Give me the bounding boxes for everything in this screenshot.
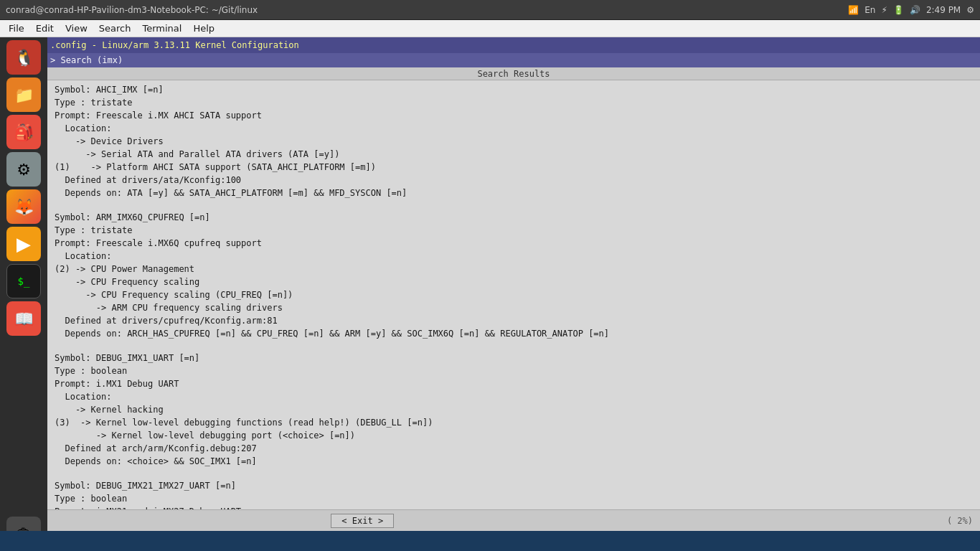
result-line: Depends on: ARCH_HAS_CPUFREQ [=n] && CPU… (55, 327, 973, 340)
titlebar-right: 📶 En ⚡ 🔋 🔊 2:49 PM ⚙ (848, 5, 974, 15)
menu-help[interactable]: Help (187, 22, 220, 35)
result-line: -> Kernel hacking (55, 403, 973, 416)
breadcrumb-path: .config - Linux/arm 3.13.11 Kernel Confi… (50, 40, 299, 50)
search-query: > Search (imx) (50, 55, 123, 65)
results-content[interactable]: Symbol: AHCI_IMX [=n] Type : tristate Pr… (47, 80, 980, 509)
search-results-header: Search Results (47, 67, 980, 80)
result-line: (1) -> Platform AHCI SATA support (SATA_… (55, 161, 973, 174)
menu-terminal[interactable]: Terminal (136, 22, 187, 35)
topbar: .config - Linux/arm 3.13.11 Kernel Confi… (47, 37, 980, 53)
search-results-label: Search Results (477, 69, 550, 79)
titlebar-title: conrad@conrad-HP-Pavilion-dm3-Notebook-P… (6, 5, 258, 15)
exit-button[interactable]: < Exit > (331, 514, 394, 528)
keyboard-lang: En (864, 5, 875, 15)
result-line: Type : tristate (55, 224, 973, 237)
searchbar: > Search (imx) (47, 53, 980, 67)
main-panel: .config - Linux/arm 3.13.11 Kernel Confi… (47, 37, 980, 531)
settings-icon[interactable]: ⚙ (6, 152, 41, 187)
result-line: Symbol: DEBUG_IMX1_UART [=n] (55, 352, 973, 364)
result-line: Defined at drivers/ata/Kconfig:100 (55, 174, 973, 187)
result-line: Defined at arch/arm/Kconfig.debug:207 (55, 442, 973, 455)
power-icon: ⚙ (966, 5, 974, 15)
result-line: Prompt: i.MX1 Debug UART (55, 377, 973, 390)
content-area: Search Results Symbol: AHCI_IMX [=n] Typ… (47, 67, 980, 531)
result-line: Type : boolean (55, 492, 973, 505)
result-line: Symbol: DEBUG_IMX21_IMX27_UART [=n] (55, 479, 973, 492)
bluetooth-icon: ⚡ (881, 5, 887, 15)
result-line: Location: (55, 250, 973, 263)
window-bottom-bar (0, 531, 980, 551)
titlebar: conrad@conrad-HP-Pavilion-dm3-Notebook-P… (0, 0, 980, 20)
menu-edit[interactable]: Edit (30, 22, 60, 35)
result-line: -> Device Drivers (55, 135, 973, 148)
result-block-3: Symbol: DEBUG_IMX1_UART [=n] Type : bool… (55, 352, 973, 468)
ebook-icon[interactable]: 📖 (6, 301, 41, 336)
result-line: Prompt: Freescale i.MX6Q cpufreq support (55, 237, 973, 250)
result-line: -> CPU Frequency scaling (CPU_FREQ [=n]) (55, 288, 973, 301)
terminal-icon[interactable]: $_ (6, 264, 41, 298)
result-line: -> Serial ATA and Parallel ATA drivers (… (55, 148, 973, 161)
battery-icon: 🔋 (893, 5, 904, 15)
result-block-1: Symbol: AHCI_IMX [=n] Type : tristate Pr… (55, 83, 973, 199)
result-line: -> Kernel low-level debugging port (<cho… (55, 429, 973, 442)
result-line: Type : boolean (55, 364, 973, 377)
wifi-icon: 📶 (848, 5, 859, 15)
progress-indicator: ( 2%) (947, 516, 973, 526)
result-line: Symbol: ARM_IMX6Q_CPUFREQ [=n] (55, 211, 973, 224)
result-line: Symbol: AHCI_IMX [=n] (55, 83, 973, 96)
result-line: (2) -> CPU Power Management (55, 263, 973, 276)
sidebar: 🐧 📁 🎒 ⚙ 🦊 ▶ $_ 📖 🗑 (0, 37, 47, 551)
menubar: File Edit View Search Terminal Help (0, 20, 980, 37)
result-line: Location: (55, 390, 973, 403)
menu-search[interactable]: Search (93, 22, 137, 35)
ubuntu-icon[interactable]: 🐧 (6, 40, 41, 75)
result-line: (3) -> Kernel low-level debugging functi… (55, 416, 973, 429)
result-line: -> CPU Frequency scaling (55, 276, 973, 288)
apps-icon[interactable]: 🎒 (6, 115, 41, 149)
volume-icon: 🔊 (910, 5, 920, 15)
clock: 2:49 PM (926, 5, 961, 15)
result-line: Prompt: Freescale i.MX AHCI SATA support (55, 109, 973, 122)
files-icon[interactable]: 📁 (6, 77, 41, 112)
result-line: Depends on: <choice> && SOC_IMX1 [=n] (55, 455, 973, 468)
result-line: Defined at drivers/cpufreq/Kconfig.arm:8… (55, 314, 973, 327)
result-block-2: Symbol: ARM_IMX6Q_CPUFREQ [=n] Type : tr… (55, 211, 973, 340)
result-line: Type : tristate (55, 96, 973, 109)
bottom-bar: < Exit > ( 2%) (47, 509, 980, 531)
menu-file[interactable]: File (3, 22, 30, 35)
result-line: Location: (55, 122, 973, 135)
result-line: -> ARM CPU frequency scaling drivers (55, 301, 973, 314)
menu-view[interactable]: View (60, 22, 93, 35)
result-line: Depends on: ATA [=y] && SATA_AHCI_PLATFO… (55, 187, 973, 199)
firefox-icon[interactable]: 🦊 (6, 189, 41, 224)
result-block-4: Symbol: DEBUG_IMX21_IMX27_UART [=n] Type… (55, 479, 973, 509)
vlc-icon[interactable]: ▶ (6, 227, 41, 261)
